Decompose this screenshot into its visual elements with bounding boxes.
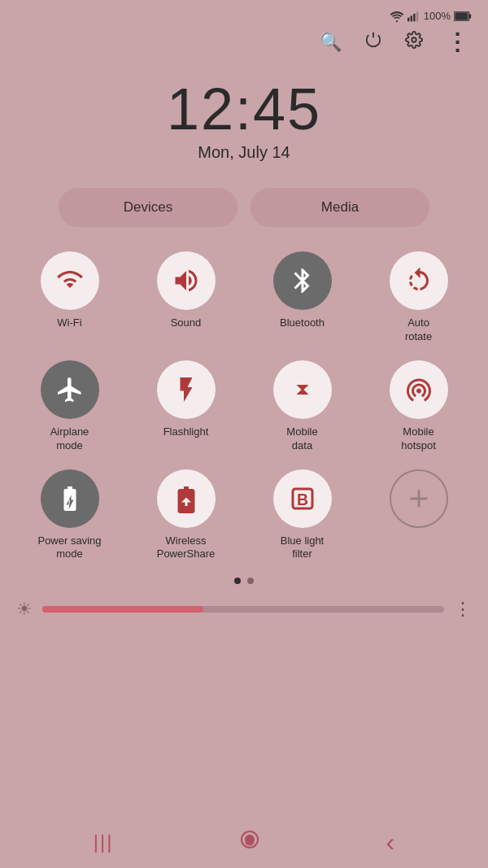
add-tile[interactable] [362,465,475,567]
clock-section: 12:45 Mon, July 14 [0,63,488,168]
svg-rect-6 [469,14,472,18]
more-icon[interactable]: ⋮ [446,28,468,55]
status-icons: 100% [390,10,472,22]
tab-row: Devices Media [0,168,488,240]
wifi-tile[interactable]: Wi-Fi [13,246,126,349]
power-icon[interactable] [364,31,382,54]
wireless-tile[interactable]: WirelessPowerShare [129,465,242,567]
mobilehotspot-tile-icon [390,360,448,419]
mobilehotspot-tile[interactable]: Mobilehotspot [362,355,475,458]
bottom-nav: ||| ‹ [0,816,488,868]
airplane-tile-icon [41,360,99,419]
bluelight-tile[interactable]: B Blue lightfilter [246,465,359,567]
nav-home-icon[interactable] [235,825,264,860]
brightness-row: ☀ ⋮ [0,592,488,626]
wifi-tile-icon [41,251,99,310]
clock-date: Mon, July 14 [0,143,488,162]
sound-tile[interactable]: Sound [129,246,242,349]
media-tab[interactable]: Media [251,188,429,227]
autorotate-tile-icon [390,251,448,310]
airplane-tile-label: Airplanemode [50,425,89,453]
tiles-grid: Wi-Fi Sound Bluetooth Autorotate [0,240,488,566]
battery-text: 100% [424,10,451,22]
svg-rect-3 [413,13,415,21]
search-icon[interactable]: 🔍 [320,32,342,53]
wireless-tile-label: WirelessPowerShare [157,534,216,562]
svg-rect-4 [416,11,418,21]
powersaving-tile-icon [41,469,99,528]
page-dot-1 [234,578,241,584]
svg-rect-2 [410,15,412,21]
nav-back-icon[interactable]: ‹ [386,827,395,857]
mobiledata-tile-label: Mobiledata [286,425,317,453]
mobiledata-tile-icon [273,360,332,419]
bluetooth-tile[interactable]: Bluetooth [246,246,359,349]
page-dots [0,566,488,592]
brightness-track[interactable] [42,606,444,613]
autorotate-tile-label: Autorotate [405,316,432,344]
flashlight-tile[interactable]: Flashlight [129,355,242,458]
settings-icon[interactable] [405,31,423,54]
brightness-fill [42,606,203,613]
svg-rect-7 [455,12,468,20]
bluelight-tile-label: Blue lightfilter [281,534,324,562]
nav-menu-icon[interactable]: ||| [94,831,114,853]
bluelight-tile-icon: B [273,469,332,528]
page-dot-2 [247,578,254,584]
status-bar: 100% [0,0,488,25]
airplane-tile[interactable]: Airplanemode [13,355,126,458]
sound-tile-icon [157,251,216,310]
brightness-icon: ☀ [16,599,33,620]
battery-icon [454,11,472,21]
mobiledata-tile[interactable]: Mobiledata [246,355,359,458]
flashlight-tile-label: Flashlight [163,425,209,439]
mobilehotspot-tile-label: Mobilehotspot [401,425,436,453]
wireless-tile-icon [157,469,216,528]
wifi-tile-label: Wi-Fi [57,316,81,330]
devices-tab[interactable]: Devices [59,188,237,227]
sound-tile-label: Sound [171,316,202,330]
svg-rect-1 [407,17,409,21]
svg-point-8 [412,37,416,42]
bluetooth-tile-icon [273,251,332,310]
bluetooth-tile-label: Bluetooth [280,316,325,330]
brightness-more-icon[interactable]: ⋮ [454,599,472,620]
clock-time: 12:45 [0,80,488,138]
flashlight-tile-icon [157,360,216,419]
powersaving-tile[interactable]: Power savingmode [13,465,126,567]
autorotate-tile[interactable]: Autorotate [362,246,475,349]
signal-icon [407,11,420,22]
svg-point-0 [396,20,398,21]
top-actions: 🔍 ⋮ [0,25,488,63]
wifi-status-icon [390,11,404,22]
svg-text:B: B [296,490,307,508]
powersaving-tile-label: Power savingmode [37,534,101,562]
add-tile-icon [390,469,448,528]
